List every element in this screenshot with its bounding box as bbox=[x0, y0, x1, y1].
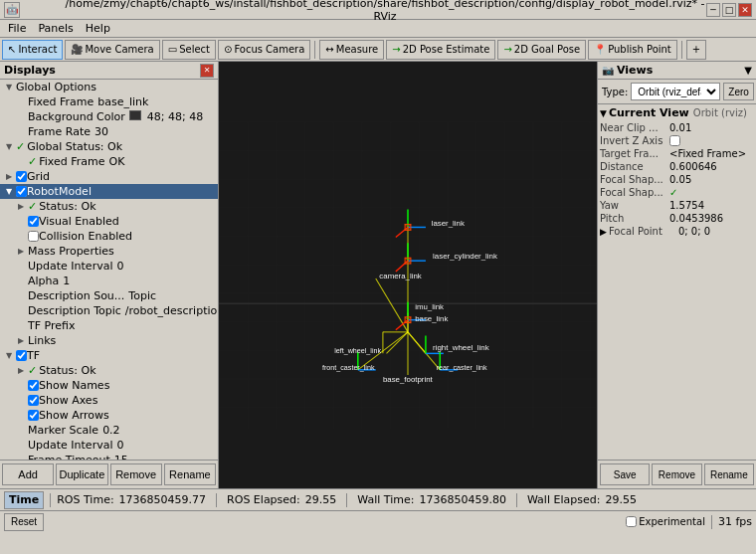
robot-model-item[interactable]: ▼ RobotModel bbox=[0, 184, 218, 199]
time-sep-4 bbox=[516, 493, 517, 507]
grid-item[interactable]: ▶ Grid bbox=[0, 169, 218, 184]
target-fra-row: Target Fra... <Fixed Frame> bbox=[600, 147, 754, 160]
distance-row: Distance 0.600646 bbox=[600, 160, 754, 173]
rename-button[interactable]: Rename bbox=[164, 463, 216, 485]
invert-z-checkbox[interactable] bbox=[669, 135, 680, 146]
frame-timeout-item[interactable]: Frame Timeout 15 bbox=[0, 453, 218, 460]
interact-button[interactable]: ↖ Interact bbox=[2, 40, 63, 60]
menu-help[interactable]: Help bbox=[80, 21, 116, 36]
update-interval-item[interactable]: Update Interval 0 bbox=[0, 259, 218, 274]
window-controls[interactable]: ─ □ ✕ bbox=[706, 3, 752, 17]
displays-tree[interactable]: ▼ Global Options Fixed Frame base_link B… bbox=[0, 80, 218, 460]
displays-panel: Displays ✕ ▼ Global Options Fixed Frame … bbox=[0, 62, 219, 488]
displays-header: Displays ✕ bbox=[0, 62, 218, 80]
orbit-rviz-label: Orbit (rviz) bbox=[693, 107, 747, 118]
views-type-row: Type: Orbit (rviz_defa Zero bbox=[598, 80, 756, 104]
desc-topic-item[interactable]: Description Topic /robot_description bbox=[0, 303, 218, 318]
zero-button[interactable]: Zero bbox=[723, 83, 754, 100]
experimental-checkbox[interactable] bbox=[626, 516, 637, 527]
marker-scale-item[interactable]: Marker Scale 0.2 bbox=[0, 423, 218, 438]
measure-button[interactable]: ↔ Measure bbox=[319, 40, 384, 60]
target-fra-label: Target Fra... bbox=[600, 148, 669, 159]
menu-panels[interactable]: Panels bbox=[32, 21, 79, 36]
tf-item[interactable]: ▼ TF bbox=[0, 348, 218, 363]
distance-label: Distance bbox=[600, 161, 669, 172]
collision-enabled-checkbox[interactable] bbox=[28, 231, 39, 242]
pose-estimate-button[interactable]: → 2D Pose Estimate bbox=[386, 40, 495, 60]
views-toggle[interactable]: ▼ bbox=[744, 65, 752, 76]
status-sep bbox=[711, 515, 712, 529]
tf-status-item[interactable]: ▶ ✓ Status: Ok bbox=[0, 363, 218, 378]
visual-enabled-checkbox[interactable] bbox=[28, 216, 39, 227]
views-header: 📷 Views ▼ bbox=[598, 62, 756, 80]
select-button[interactable]: ▭ Select bbox=[162, 40, 216, 60]
focal-shap1-row: Focal Shap... 0.05 bbox=[600, 173, 754, 186]
mass-props-item[interactable]: ▶ Mass Properties bbox=[0, 244, 218, 259]
focal-shap2-row: Focal Shap... ✓ bbox=[600, 186, 754, 199]
pose-icon: → bbox=[392, 44, 400, 55]
links-item[interactable]: ▶ Links bbox=[0, 333, 218, 348]
ros-time-value: 1736850459.77 bbox=[119, 493, 206, 506]
displays-close-button[interactable]: ✕ bbox=[200, 64, 214, 78]
laser-cylinder-label: laser_cylinder_link bbox=[433, 252, 497, 261]
robot-model-arrow: ▼ bbox=[4, 187, 14, 197]
views-icon: 📷 bbox=[602, 65, 614, 76]
fixed-frame-ok-item[interactable]: ✓ Fixed Frame OK bbox=[0, 154, 218, 169]
show-arrows-item[interactable]: Show Arrows bbox=[0, 408, 218, 423]
goal-pose-button[interactable]: → 2D Goal Pose bbox=[497, 40, 586, 60]
duplicate-button[interactable]: Duplicate bbox=[56, 463, 107, 485]
show-axes-checkbox[interactable] bbox=[28, 395, 39, 406]
maximize-button[interactable]: □ bbox=[722, 3, 736, 17]
add-button[interactable]: Add bbox=[2, 463, 54, 485]
wall-elapsed-value: 29.55 bbox=[605, 493, 637, 506]
invert-z-row: Invert Z Axis bbox=[600, 134, 754, 147]
show-axes-item[interactable]: Show Axes bbox=[0, 393, 218, 408]
time-bar: Time ROS Time: 1736850459.77 ROS Elapsed… bbox=[0, 488, 756, 510]
camera-link-label: camera_link bbox=[379, 272, 422, 280]
fixed-frame-item[interactable]: Fixed Frame base_link bbox=[0, 94, 218, 109]
global-status-item[interactable]: ▼ ✓ Global Status: Ok bbox=[0, 139, 218, 154]
close-button[interactable]: ✕ bbox=[738, 3, 752, 17]
views-rename-button[interactable]: Rename bbox=[704, 463, 754, 485]
measure-icon: ↔ bbox=[325, 44, 333, 55]
rm-status-item[interactable]: ▶ ✓ Status: Ok bbox=[0, 199, 218, 214]
background-color-item[interactable]: Background Color 48; 48; 48 bbox=[0, 109, 218, 124]
menu-file[interactable]: File bbox=[2, 21, 32, 36]
global-status-arrow: ▼ bbox=[4, 142, 14, 152]
desc-source-item[interactable]: Description Sou... Topic bbox=[0, 288, 218, 303]
tf-status-arrow: ▶ bbox=[16, 366, 26, 376]
robot-model-checkbox[interactable] bbox=[16, 186, 27, 197]
3d-viewport[interactable]: laser_link laser_cylinder_link camera_li… bbox=[219, 62, 597, 488]
show-arrows-checkbox[interactable] bbox=[28, 410, 39, 421]
show-names-item[interactable]: Show Names bbox=[0, 378, 218, 393]
views-remove-button[interactable]: Remove bbox=[652, 463, 701, 485]
type-label: Type: bbox=[602, 87, 628, 97]
visual-enabled-item[interactable]: Visual Enabled bbox=[0, 214, 218, 229]
tf-update-interval-item[interactable]: Update Interval 0 bbox=[0, 438, 218, 453]
minimize-button[interactable]: ─ bbox=[706, 3, 720, 17]
tf-prefix-item[interactable]: TF Prefix bbox=[0, 318, 218, 333]
tf-checkbox[interactable] bbox=[16, 350, 27, 361]
collision-enabled-item[interactable]: Collision Enabled bbox=[0, 229, 218, 244]
ros-elapsed-label: ROS Elapsed: bbox=[227, 493, 300, 506]
global-options-arrow: ▼ bbox=[4, 83, 14, 92]
reset-button[interactable]: Reset bbox=[4, 513, 44, 531]
type-select[interactable]: Orbit (rviz_defa bbox=[631, 83, 720, 100]
focus-camera-button[interactable]: ⊙ Focus Camera bbox=[218, 40, 310, 60]
remove-button[interactable]: Remove bbox=[110, 463, 162, 485]
publish-point-button[interactable]: 📍 Publish Point bbox=[588, 40, 677, 60]
extra-button[interactable]: + bbox=[686, 40, 706, 60]
robot-scene-svg: laser_link laser_cylinder_link camera_li… bbox=[219, 62, 597, 488]
grid-checkbox[interactable] bbox=[16, 171, 27, 182]
rm-status-arrow: ▶ bbox=[16, 202, 26, 212]
frame-rate-item[interactable]: Frame Rate 30 bbox=[0, 124, 218, 139]
invert-z-label: Invert Z Axis bbox=[600, 135, 669, 146]
show-names-checkbox[interactable] bbox=[28, 380, 39, 391]
alpha-item[interactable]: Alpha 1 bbox=[0, 274, 218, 288]
focus-icon: ⊙ bbox=[224, 44, 232, 55]
move-camera-button[interactable]: 🎥 Move Camera bbox=[65, 40, 159, 60]
distance-value: 0.600646 bbox=[669, 161, 754, 172]
yaw-value: 1.5754 bbox=[669, 200, 754, 211]
views-save-button[interactable]: Save bbox=[600, 463, 650, 485]
global-options-item[interactable]: ▼ Global Options bbox=[0, 80, 218, 94]
